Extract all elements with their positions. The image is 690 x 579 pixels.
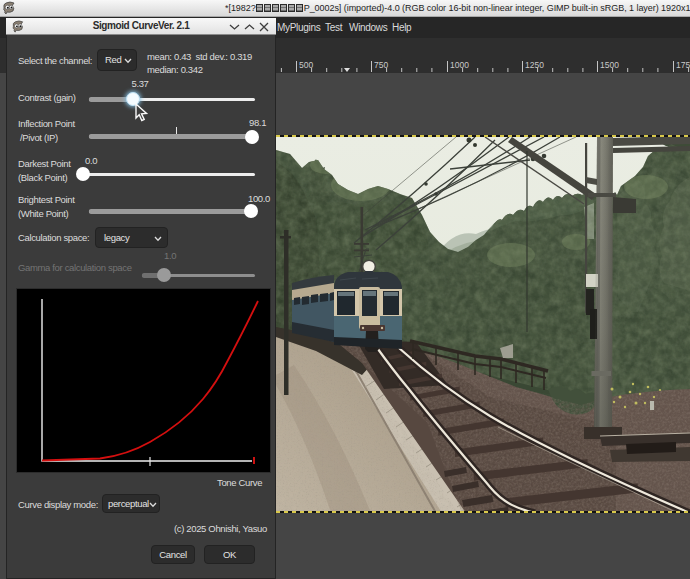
svg-text:1750: 1750 xyxy=(676,60,690,70)
svg-text:1000: 1000 xyxy=(450,60,469,70)
svg-text:1500: 1500 xyxy=(600,60,619,70)
svg-text:1250: 1250 xyxy=(525,60,544,70)
